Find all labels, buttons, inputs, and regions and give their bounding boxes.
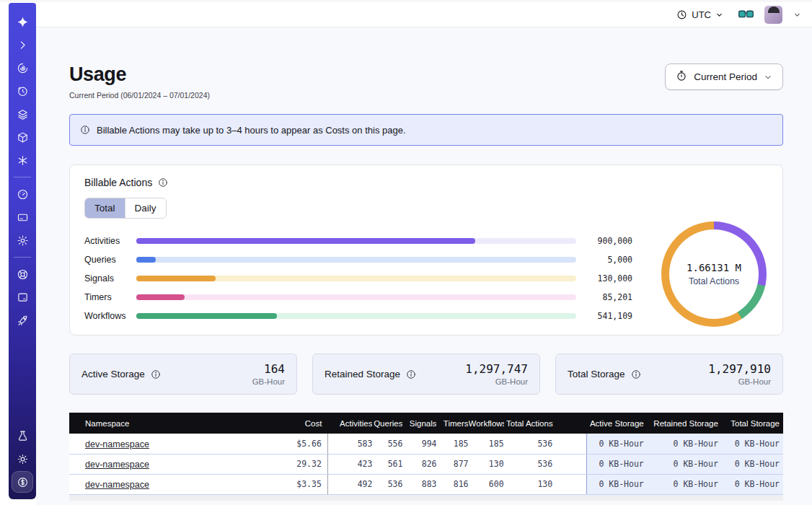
bar-label: Timers [84, 292, 136, 302]
bar-track [136, 313, 576, 319]
cell-total_storage: 0 KB-Hour [726, 454, 783, 474]
sidebar-item-chevron-right[interactable] [12, 34, 33, 56]
cell-namespace: dev-namespace [69, 454, 266, 474]
cell-total_actions: 536 [504, 454, 587, 474]
sidebar-item-usage[interactable] [12, 183, 33, 205]
sidebar-item-support[interactable] [12, 263, 33, 285]
bar-row-activities: Activities900,000 [84, 232, 632, 250]
tab-total[interactable]: Total [85, 198, 125, 218]
sidebar-item-deployments[interactable] [12, 126, 33, 148]
cell-total_storage: 0 KB-Hour [726, 434, 783, 454]
cell-retained_storage: 0 KB-Hour [652, 454, 726, 474]
billable-actions-title: Billable Actions [84, 177, 152, 188]
storage-card-total-storage: Total Storage1,297,910GB-Hour [555, 354, 783, 395]
info-icon[interactable] [151, 369, 161, 379]
billable-view-tabs: TotalDaily [84, 198, 167, 219]
page-subtitle: Current Period (06/01/2024 – 07/01/2024) [69, 91, 210, 100]
storage-card-retained-storage: Retained Storage1,297,747GB-Hour [312, 354, 540, 395]
cell-signals: 994 [402, 434, 436, 454]
sidebar-item-batch-operations[interactable] [12, 103, 33, 125]
bar-fill [136, 257, 156, 263]
cell-activities: 492 [327, 474, 372, 494]
storage-card-unit: GB-Hour [252, 377, 285, 386]
cell-active_storage: 0 KB-Hour [587, 454, 652, 474]
sidebar-item-invoices[interactable] [12, 206, 33, 228]
cell-signals: 826 [402, 454, 436, 474]
info-icon [80, 125, 90, 135]
bar-fill [136, 276, 216, 281]
bar-value: 5,000 [586, 255, 632, 265]
storage-card-value: 1,297,910 [708, 362, 771, 376]
info-icon[interactable] [631, 369, 641, 379]
temporal-logo-icon[interactable] [12, 11, 33, 32]
info-banner: Billable Actions may take up to 3–4 hour… [69, 114, 783, 146]
cell-active_storage: 0 KB-Hour [587, 434, 652, 454]
cell-namespace: dev-namespace [69, 474, 266, 494]
bar-row-workflows: Workflows541,109 [84, 307, 632, 325]
billable-actions-bar-chart: Activities900,000Queries5,000Signals130,… [84, 232, 632, 325]
column-header-active_storage: Active Storage [587, 413, 652, 434]
avatar-body [768, 6, 780, 13]
sidebar-item-nexus[interactable] [12, 149, 33, 171]
column-header-total_storage: Total Storage [726, 413, 783, 434]
sidebar-divider [14, 257, 31, 258]
storage-summary-row: Active Storage164GB-HourRetained Storage… [69, 354, 783, 395]
cell-timers: 816 [436, 474, 468, 494]
bar-row-signals: Signals130,000 [84, 269, 632, 288]
storage-card-value: 164 [252, 362, 285, 376]
tab-daily[interactable]: Daily [125, 198, 166, 218]
storage-card-unit: GB-Hour [465, 377, 528, 386]
column-header-total_actions: Total Actions [504, 413, 587, 434]
cell-workflows: 130 [469, 454, 504, 474]
cell-namespace: dev-namespace [69, 434, 266, 454]
total-actions-value: 1.66131 M [687, 262, 741, 273]
sidebar-item-theme-toggle[interactable] [12, 448, 33, 470]
bar-row-queries: Queries5,000 [84, 250, 632, 269]
namespace-link[interactable]: dev-namespace [85, 460, 149, 470]
bar-label: Workflows [84, 311, 136, 321]
cell-cost: $3.35 [266, 474, 327, 494]
namespace-usage-table-wrap: NamespaceCostActivitiesQueriesSignalsTim… [69, 413, 783, 501]
bar-label: Queries [84, 255, 136, 265]
column-header-activities: Activities [327, 413, 372, 434]
storage-card-label: Retained Storage [325, 369, 400, 379]
column-header-namespace: Namespace [69, 413, 266, 434]
column-header-cost: Cost [266, 413, 327, 434]
bar-value: 541,109 [586, 311, 632, 321]
sidebar-item-settings[interactable] [12, 229, 33, 251]
sidebar-item-schedules[interactable] [12, 80, 33, 102]
storage-card-label: Total Storage [568, 369, 625, 379]
account-menu-chevron-icon[interactable] [793, 11, 801, 19]
page-title: Usage [69, 63, 210, 86]
sidebar-item-labs[interactable] [12, 425, 33, 447]
namespace-link[interactable]: dev-namespace [85, 480, 149, 490]
namespace-usage-table: NamespaceCostActivitiesQueriesSignalsTim… [69, 413, 783, 495]
cell-total_actions: 536 [504, 434, 587, 454]
period-selector-button[interactable]: Current Period [665, 63, 783, 90]
clock-icon [676, 9, 687, 20]
chevron-down-icon [764, 73, 772, 82]
cell-timers: 877 [436, 454, 468, 474]
cell-activities: 583 [327, 434, 372, 454]
bar-fill [136, 238, 475, 244]
user-avatar[interactable] [764, 6, 782, 24]
sidebar-item-getting-started[interactable] [12, 309, 33, 331]
column-header-timers: Timers [436, 413, 468, 434]
bar-label: Activities [84, 236, 136, 246]
storage-card-unit: GB-Hour [708, 377, 771, 386]
namespace-link[interactable]: dev-namespace [85, 439, 149, 449]
sidebar-item-billing[interactable] [12, 471, 33, 493]
sidebar-item-docs[interactable] [12, 286, 33, 308]
info-icon[interactable] [158, 177, 168, 188]
info-icon[interactable] [406, 369, 416, 379]
bar-track [136, 294, 576, 300]
glasses-icon[interactable] [738, 10, 754, 19]
main-content: Usage Current Period (06/01/2024 – 07/01… [36, 27, 812, 505]
banner-text: Billable Actions may take up to 3–4 hour… [97, 125, 406, 136]
table-scrollbar-track[interactable] [69, 495, 783, 501]
storage-card-active-storage: Active Storage164GB-Hour [69, 354, 297, 395]
timezone-selector[interactable]: UTC [672, 9, 728, 21]
cell-total_storage: 0 KB-Hour [726, 474, 783, 494]
bar-track [136, 257, 576, 263]
sidebar-item-namespaces[interactable] [12, 57, 33, 79]
